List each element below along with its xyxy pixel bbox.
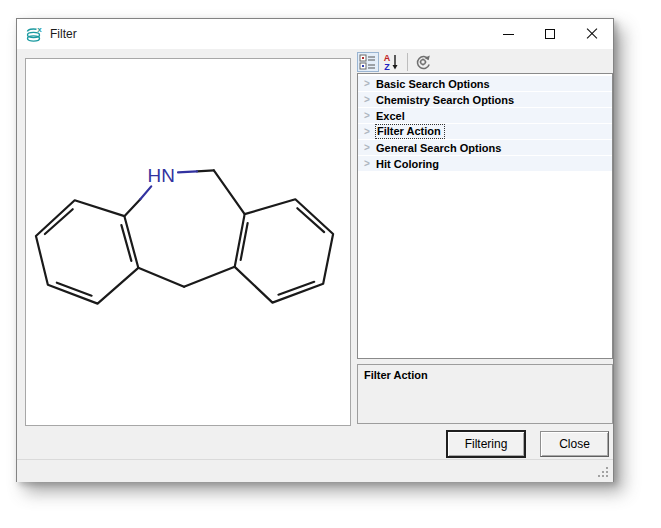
category-label[interactable]: Basic Search Options [376, 78, 490, 90]
category-row-hit-coloring[interactable]: > Hit Coloring [358, 156, 612, 172]
maximize-icon [545, 29, 555, 39]
reset-icon [414, 53, 432, 71]
filtering-button[interactable]: Filtering [447, 431, 525, 457]
svg-text:Z: Z [384, 62, 390, 71]
category-label[interactable]: Hit Coloring [376, 158, 439, 170]
chevron-right-icon[interactable]: > [358, 156, 376, 172]
chevron-right-icon[interactable]: > [358, 92, 376, 108]
window-controls [487, 19, 613, 49]
category-label[interactable]: Chemistry Search Options [376, 94, 514, 106]
category-label[interactable]: General Search Options [376, 142, 501, 154]
toolbar-separator [407, 53, 408, 71]
category-row-filter-action[interactable]: > Filter Action [358, 124, 612, 140]
status-strip [17, 459, 613, 482]
molecule-drawing: HN [26, 59, 350, 425]
category-row-excel[interactable]: > Excel [358, 108, 612, 124]
property-grid-list: > Basic Search Options > Chemistry Searc… [357, 73, 613, 359]
structure-preview-canvas: HN [25, 58, 351, 426]
minimize-icon [503, 34, 514, 35]
svg-text:x: x [37, 25, 42, 34]
titlebar: x Filter [17, 19, 613, 49]
category-row-general-search-options[interactable]: > General Search Options [358, 140, 612, 156]
category-row-chemistry-search-options[interactable]: > Chemistry Search Options [358, 92, 612, 108]
window-title: Filter [50, 27, 77, 41]
sort-alphabetical-icon: A Z [382, 53, 400, 71]
close-icon [586, 28, 598, 40]
filter-dialog: x Filter [16, 18, 614, 482]
resize-grip-icon[interactable] [597, 466, 610, 479]
property-grid-toolbar: A Z [357, 51, 613, 73]
sort-alphabetical-button[interactable]: A Z [380, 52, 402, 72]
close-button[interactable] [571, 19, 613, 49]
chevron-right-icon[interactable]: > [358, 76, 376, 92]
minimize-button[interactable] [487, 19, 529, 49]
category-label[interactable]: Excel [376, 110, 405, 122]
category-label-selected[interactable]: Filter Action [376, 125, 444, 138]
screenshot-stage: x Filter [0, 0, 661, 528]
description-title: Filter Action [364, 369, 606, 381]
nh-atom-label: HN [148, 165, 175, 186]
chem-layers-x-icon: x [26, 25, 44, 43]
categorized-icon [359, 53, 377, 71]
chevron-right-icon[interactable]: > [358, 108, 376, 124]
reset-button[interactable] [412, 52, 434, 72]
categorized-button[interactable] [357, 52, 379, 72]
description-panel: Filter Action [357, 364, 613, 424]
maximize-button[interactable] [529, 19, 571, 49]
chevron-right-icon[interactable]: > [358, 124, 376, 140]
category-row-basic-search-options[interactable]: > Basic Search Options [358, 76, 612, 92]
close-dialog-button[interactable]: Close [540, 431, 609, 457]
chevron-right-icon[interactable]: > [358, 140, 376, 156]
